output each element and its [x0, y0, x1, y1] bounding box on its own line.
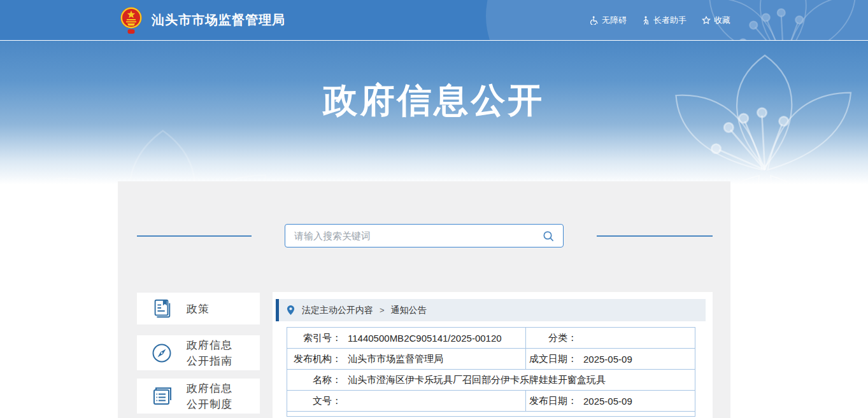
publisher-value: 汕头市市场监督管理局: [348, 353, 443, 365]
breadcrumb-separator: >: [380, 305, 385, 315]
national-emblem-logo[interactable]: [118, 6, 144, 35]
sidebar-item-policy[interactable]: 政策: [137, 293, 260, 324]
accessibility-label: 无障碍: [602, 15, 627, 26]
favorite-link[interactable]: 收藏: [702, 15, 730, 26]
breadcrumb-root-link[interactable]: 法定主动公开内容: [302, 305, 373, 316]
site-header: 汕头市市场监督管理局 无障碍 长者助手: [0, 0, 868, 40]
sidebar-item-label: 政策: [187, 301, 238, 317]
search-box: [285, 224, 564, 247]
index-number-cell: 索引号： 11440500MB2C905141/2025-00120: [287, 328, 525, 348]
compass-icon: [137, 342, 187, 365]
index-number-label: 索引号：: [287, 332, 341, 344]
star-icon: [702, 16, 711, 25]
page-banner: 政府信息公开: [0, 40, 868, 185]
emblem-icon: [118, 6, 144, 35]
publish-date-value: 2025-05-09: [583, 396, 632, 407]
written-date-cell: 成文日期： 2025-05-09: [525, 349, 695, 369]
document-list-icon: [137, 386, 187, 407]
breadcrumb-current[interactable]: 通知公告: [391, 305, 427, 316]
page-title: 政府信息公开: [0, 78, 868, 124]
sidebar-item-label: 政府信息公开制度: [187, 380, 238, 412]
accessibility-link[interactable]: 无障碍: [590, 15, 627, 26]
table-row-partial: [287, 412, 695, 416]
publisher-label: 发布机构：: [287, 353, 341, 365]
table-row-index-category: 索引号： 11440500MB2C905141/2025-00120 分类：: [287, 328, 695, 349]
document-name-cell: 名称： 汕头市澄海区伊卡乐玩具厂召回部分伊卡乐牌娃娃开窗盒玩具: [287, 370, 695, 390]
publish-date-label: 发布日期：: [526, 395, 577, 407]
wheelchair-icon: [590, 16, 599, 25]
category-label: 分类：: [526, 332, 577, 344]
search-icon[interactable]: [543, 230, 555, 242]
elder-helper-link[interactable]: 长者助手: [642, 15, 687, 26]
elder-person-icon: [642, 16, 650, 25]
doc-number-label: 文号：: [287, 395, 341, 407]
written-date-value: 2025-05-09: [583, 354, 632, 365]
sidebar-item-disclosure-system[interactable]: 政府信息公开制度: [137, 379, 260, 414]
table-row-publisher-date: 发布机构： 汕头市市场监督管理局 成文日期： 2025-05-09: [287, 349, 695, 370]
index-number-value: 11440500MB2C905141/2025-00120: [348, 333, 502, 344]
document-meta-table: 索引号： 11440500MB2C905141/2025-00120 分类： 发…: [287, 327, 695, 417]
book-icon: [137, 298, 187, 319]
document-name-label: 名称：: [287, 374, 341, 386]
header-utility-links: 无障碍 长者助手 收藏: [590, 0, 730, 40]
document-name-value: 汕头市澄海区伊卡乐玩具厂召回部分伊卡乐牌娃娃开窗盒玩具: [348, 374, 606, 386]
publisher-cell: 发布机构： 汕头市市场监督管理局: [287, 349, 525, 369]
site-title: 汕头市市场监督管理局: [152, 0, 285, 40]
category-cell: 分类：: [525, 328, 695, 348]
search-right-divider: [597, 235, 713, 237]
page: 汕头市市场监督管理局 无障碍 长者助手: [0, 0, 868, 418]
publish-date-cell: 发布日期： 2025-05-09: [525, 391, 695, 411]
flower-watermark-left: [19, 117, 293, 185]
doc-number-cell: 文号：: [287, 391, 525, 411]
sidebar-item-label: 政府信息公开指南: [187, 337, 238, 369]
breadcrumb-accent-bar: [276, 299, 279, 321]
written-date-label: 成文日期：: [526, 353, 577, 365]
elder-helper-label: 长者助手: [653, 15, 687, 26]
favorite-label: 收藏: [714, 15, 730, 26]
location-pin-icon: [287, 305, 295, 316]
content-panel: 政策 政府信息公开指南: [118, 181, 730, 418]
search-input[interactable]: [285, 225, 563, 247]
table-row-name: 名称： 汕头市澄海区伊卡乐玩具厂召回部分伊卡乐牌娃娃开窗盒玩具: [287, 370, 695, 391]
main-panel: 法定主动公开内容 > 通知公告 索引号： 11440500MB2C905141/…: [273, 292, 713, 418]
breadcrumb: 法定主动公开内容 > 通知公告: [276, 299, 706, 321]
search-left-divider: [137, 235, 252, 237]
sidebar-item-disclosure-guide[interactable]: 政府信息公开指南: [137, 335, 260, 370]
table-row-docnumber-pubdate: 文号： 发布日期： 2025-05-09: [287, 391, 695, 412]
